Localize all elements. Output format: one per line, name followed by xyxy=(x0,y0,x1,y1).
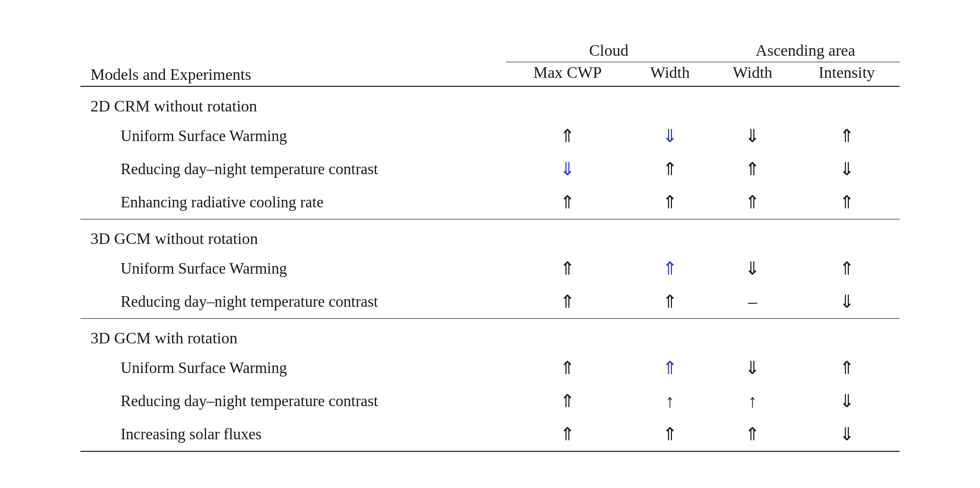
row-section-3d-gcm-with-rotation-1: Reducing day–night temperature contrast⇑… xyxy=(80,385,900,418)
cell-width-cloud: ⇑ xyxy=(629,285,711,319)
col-header-maxcwp: Max CWP xyxy=(506,62,629,87)
section-header-section-3d-gcm-with-rotation: 3D GCM with rotation xyxy=(80,319,900,352)
table-footer-row xyxy=(80,451,900,452)
table-container: Models and Experiments Cloud Ascending a… xyxy=(50,16,930,472)
col-header-models: Models and Experiments xyxy=(80,36,506,86)
row-label: Uniform Surface Warming xyxy=(80,119,506,153)
row-label: Reducing day–night temperature contrast xyxy=(80,285,506,319)
row-label: Uniform Surface Warming xyxy=(80,252,506,285)
row-section-2d-crm-0: Uniform Surface Warming⇑⇓⇓⇑ xyxy=(80,119,900,153)
row-section-2d-crm-2: Enhancing radiative cooling rate⇑⇑⇑⇑ xyxy=(80,186,900,219)
header-group-row: Models and Experiments Cloud Ascending a… xyxy=(80,36,900,62)
main-table: Models and Experiments Cloud Ascending a… xyxy=(80,36,900,452)
row-label: Reducing day–night temperature contrast xyxy=(80,385,506,418)
cell-intensity: ⇑ xyxy=(794,351,900,385)
cell-width-cloud: ↑ xyxy=(629,385,711,418)
section-header-section-3d-gcm-no-rotation: 3D GCM without rotation xyxy=(80,219,900,253)
cell-width-cloud: ⇑ xyxy=(629,351,711,385)
row-section-3d-gcm-with-rotation-2: Increasing solar fluxes⇑⇑⇑⇓ xyxy=(80,418,900,451)
cell-width-asc: ⇓ xyxy=(711,252,794,285)
cell-maxcwp: ⇑ xyxy=(506,119,629,153)
cell-width-cloud: ⇓ xyxy=(629,119,711,153)
cell-width-asc: ⇓ xyxy=(711,119,794,153)
row-section-3d-gcm-with-rotation-0: Uniform Surface Warming⇑⇑⇓⇑ xyxy=(80,351,900,385)
section-title-section-3d-gcm-no-rotation: 3D GCM without rotation xyxy=(80,219,900,253)
row-section-2d-crm-1: Reducing day–night temperature contrast⇓… xyxy=(80,153,900,186)
cell-width-cloud: ⇑ xyxy=(629,252,711,285)
cell-width-asc: ⇑ xyxy=(711,153,794,186)
col-header-intensity: Intensity xyxy=(794,62,900,87)
cell-maxcwp: ⇑ xyxy=(506,385,629,418)
cell-intensity: ⇑ xyxy=(794,186,900,219)
cell-intensity: ⇓ xyxy=(794,418,900,451)
section-title-section-3d-gcm-with-rotation: 3D GCM with rotation xyxy=(80,319,900,352)
cell-maxcwp: ⇑ xyxy=(506,418,629,451)
cell-intensity: ⇑ xyxy=(794,119,900,153)
col-group-cloud: Cloud xyxy=(506,36,711,62)
cell-maxcwp: ⇑ xyxy=(506,252,629,285)
cell-width-asc: ⇑ xyxy=(711,186,794,219)
row-label: Uniform Surface Warming xyxy=(80,351,506,385)
col-header-width-cloud: Width xyxy=(629,62,711,87)
cell-maxcwp: ⇓ xyxy=(506,153,629,186)
cell-width-asc: – xyxy=(711,285,794,319)
col-group-ascending: Ascending area xyxy=(711,36,900,62)
section-header-section-2d-crm: 2D CRM without rotation xyxy=(80,86,900,119)
cell-intensity: ⇑ xyxy=(794,252,900,285)
cell-width-cloud: ⇑ xyxy=(629,186,711,219)
cell-width-asc: ⇑ xyxy=(711,418,794,451)
cell-width-cloud: ⇑ xyxy=(629,418,711,451)
cell-width-cloud: ⇑ xyxy=(629,153,711,186)
row-section-3d-gcm-no-rotation-0: Uniform Surface Warming⇑⇑⇓⇑ xyxy=(80,252,900,285)
section-title-section-2d-crm: 2D CRM without rotation xyxy=(80,86,900,119)
cell-maxcwp: ⇑ xyxy=(506,186,629,219)
cell-maxcwp: ⇑ xyxy=(506,285,629,319)
cell-intensity: ⇓ xyxy=(794,153,900,186)
row-label: Increasing solar fluxes xyxy=(80,418,506,451)
row-section-3d-gcm-no-rotation-1: Reducing day–night temperature contrast⇑… xyxy=(80,285,900,319)
cell-width-asc: ⇓ xyxy=(711,351,794,385)
cell-maxcwp: ⇑ xyxy=(506,351,629,385)
row-label: Reducing day–night temperature contrast xyxy=(80,153,506,186)
cell-width-asc: ↑ xyxy=(711,385,794,418)
cell-intensity: ⇓ xyxy=(794,285,900,319)
col-header-width-asc: Width xyxy=(711,62,794,87)
row-label: Enhancing radiative cooling rate xyxy=(80,186,506,219)
cell-intensity: ⇓ xyxy=(794,385,900,418)
